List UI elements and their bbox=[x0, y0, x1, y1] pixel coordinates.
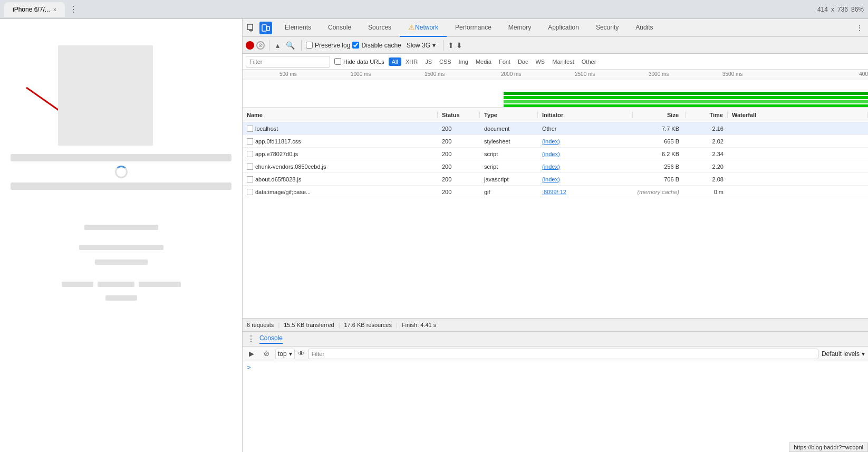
console-stop-icon[interactable]: ⊘ bbox=[261, 348, 272, 360]
separator-3 bbox=[443, 40, 443, 51]
preview-image bbox=[58, 45, 153, 146]
tab-close-icon[interactable]: × bbox=[53, 6, 56, 13]
td-type-4: script bbox=[480, 164, 538, 170]
row-checkbox-3 bbox=[247, 151, 253, 157]
preserve-log-checkbox[interactable] bbox=[306, 42, 313, 49]
download-icon[interactable]: ⬇ bbox=[456, 41, 462, 50]
table-row[interactable]: about.d65f8028.js 200 javascript (index)… bbox=[243, 173, 868, 186]
inspect-icon[interactable] bbox=[245, 22, 257, 34]
upload-icon[interactable]: ⬆ bbox=[448, 41, 454, 50]
th-status: Status bbox=[438, 112, 480, 118]
td-name-5: about.d65f8028.js bbox=[243, 176, 438, 182]
svg-rect-6 bbox=[267, 26, 269, 31]
filter-btn-media[interactable]: Media bbox=[472, 57, 495, 66]
default-levels[interactable]: Default levels ▾ bbox=[822, 350, 865, 358]
more-button[interactable]: ⋮ bbox=[67, 3, 80, 15]
filter-btn-js[interactable]: JS bbox=[422, 57, 435, 66]
filter-btn-other[interactable]: Other bbox=[578, 57, 600, 66]
devtools-panel: Elements Console Sources ⚠ Network Perfo… bbox=[243, 19, 868, 452]
filter-btn-css[interactable]: CSS bbox=[436, 57, 455, 66]
filter-btn-img[interactable]: Img bbox=[456, 57, 471, 66]
disable-cache-label[interactable]: Disable cache bbox=[352, 42, 401, 49]
tick-3000ms: 3000 ms bbox=[649, 71, 669, 77]
filter-input[interactable] bbox=[246, 56, 330, 68]
status-transferred: 15.5 KB transferred bbox=[284, 322, 334, 328]
table-row[interactable]: chunk-vendors.0850cebd.js 200 script (in… bbox=[243, 160, 868, 173]
tab-height: 736 bbox=[837, 6, 848, 13]
table-row[interactable]: app.0fd11817.css 200 stylesheet (index) … bbox=[243, 135, 868, 148]
td-type-1: document bbox=[480, 126, 538, 132]
tab-network[interactable]: ⚠ Network bbox=[400, 19, 447, 37]
filter-bar: Hide data URLs All XHR JS CSS Img Media … bbox=[243, 54, 868, 70]
filter-btn-manifest[interactable]: Manifest bbox=[549, 57, 577, 66]
filter-icon[interactable]: ▴ bbox=[274, 40, 282, 51]
filter-btn-font[interactable]: Font bbox=[496, 57, 514, 66]
row-checkbox-2 bbox=[247, 138, 253, 145]
disable-cache-checkbox[interactable] bbox=[352, 42, 359, 49]
loading-spinner bbox=[115, 166, 128, 178]
separator-1 bbox=[269, 40, 269, 51]
console-play-icon[interactable]: ▶ bbox=[246, 348, 257, 360]
hide-data-urls-checkbox[interactable] bbox=[334, 58, 341, 65]
eye-icon[interactable]: 👁 bbox=[298, 350, 305, 358]
filter-btn-ws[interactable]: WS bbox=[532, 57, 548, 66]
td-initiator-4: (index) bbox=[538, 164, 633, 170]
table-header: Name Status Type Initiator Size Time Wat… bbox=[243, 108, 868, 122]
table-row[interactable]: localhost 200 document Other 7.7 KB 2.16 bbox=[243, 122, 868, 135]
td-type-6: gif bbox=[480, 189, 538, 195]
throttle-button[interactable]: Slow 3G ▾ bbox=[403, 41, 439, 50]
tab-security[interactable]: Security bbox=[587, 19, 627, 37]
tab-memory[interactable]: Memory bbox=[500, 19, 539, 37]
filter-btn-all[interactable]: All bbox=[389, 57, 401, 66]
inspect-svg bbox=[247, 24, 255, 32]
td-type-5: javascript bbox=[480, 176, 538, 182]
filter-type-buttons: All XHR JS CSS Img Media Font Doc WS Man… bbox=[389, 57, 600, 66]
tick-1500ms: 1500 ms bbox=[425, 71, 445, 77]
row-checkbox-1 bbox=[247, 126, 253, 132]
filter-btn-xhr[interactable]: XHR bbox=[402, 57, 421, 66]
tick-500ms: 500 ms bbox=[279, 71, 297, 77]
tab-application[interactable]: Application bbox=[539, 19, 587, 37]
tab-zoom: 86% bbox=[851, 6, 864, 13]
search-icon[interactable]: 🔍 bbox=[284, 40, 297, 51]
tab-audits[interactable]: Audits bbox=[627, 19, 661, 37]
tick-2000ms: 2000 ms bbox=[501, 71, 521, 77]
td-size-1: 7.7 KB bbox=[633, 126, 686, 132]
console-section: ⋮ Console ▶ ⊘ top ▾ 👁 Default levels ▾ > bbox=[243, 331, 868, 452]
console-dots[interactable]: ⋮ bbox=[247, 334, 255, 344]
browser-tab[interactable]: iPhone 6/7/... × bbox=[4, 2, 65, 17]
devtools-icons bbox=[245, 22, 272, 34]
table-row[interactable]: data:image/gif;base... 200 gif :8099/:12… bbox=[243, 186, 868, 198]
timeline-container: 500 ms 1000 ms 1500 ms 2000 ms 2500 ms 3… bbox=[243, 70, 868, 108]
device-svg bbox=[262, 24, 270, 32]
top-select[interactable]: top ▾ bbox=[275, 349, 295, 359]
status-finish: Finish: 4.41 s bbox=[402, 322, 436, 328]
svg-rect-2 bbox=[247, 24, 253, 30]
filter-btn-doc[interactable]: Doc bbox=[515, 57, 532, 66]
status-bar: 6 requests | 15.5 KB transferred | 17.6 … bbox=[243, 318, 868, 331]
preserve-log-label[interactable]: Preserve log bbox=[306, 42, 350, 49]
separator-2 bbox=[301, 40, 302, 51]
tab-width: 414 bbox=[817, 6, 828, 13]
console-tab-label[interactable]: Console bbox=[259, 334, 283, 344]
device-icon[interactable] bbox=[259, 22, 272, 34]
td-initiator-3: (index) bbox=[538, 151, 633, 157]
text-bar-sm-4 bbox=[62, 282, 93, 287]
devtools-more-button[interactable]: ⋮ bbox=[853, 22, 866, 34]
console-prompt[interactable]: > bbox=[247, 363, 251, 371]
tab-elements[interactable]: Elements bbox=[276, 19, 320, 37]
td-type-2: stylesheet bbox=[480, 138, 538, 145]
td-initiator-2: (index) bbox=[538, 138, 633, 145]
hide-data-urls-label[interactable]: Hide data URLs bbox=[334, 58, 384, 65]
record-button[interactable] bbox=[246, 41, 254, 50]
td-name-4: chunk-vendors.0850cebd.js bbox=[243, 164, 438, 170]
console-filter-input[interactable] bbox=[308, 349, 818, 359]
stop-button[interactable]: ⊘ bbox=[256, 41, 265, 50]
tab-console[interactable]: Console bbox=[320, 19, 360, 37]
tab-sources[interactable]: Sources bbox=[360, 19, 400, 37]
td-initiator-1: Other bbox=[538, 126, 633, 132]
th-name: Name bbox=[243, 112, 438, 118]
table-row[interactable]: app.e78027d0.js 200 script (index) 6.2 K… bbox=[243, 148, 868, 160]
tab-performance[interactable]: Performance bbox=[447, 19, 500, 37]
row-checkbox-6 bbox=[247, 189, 253, 195]
